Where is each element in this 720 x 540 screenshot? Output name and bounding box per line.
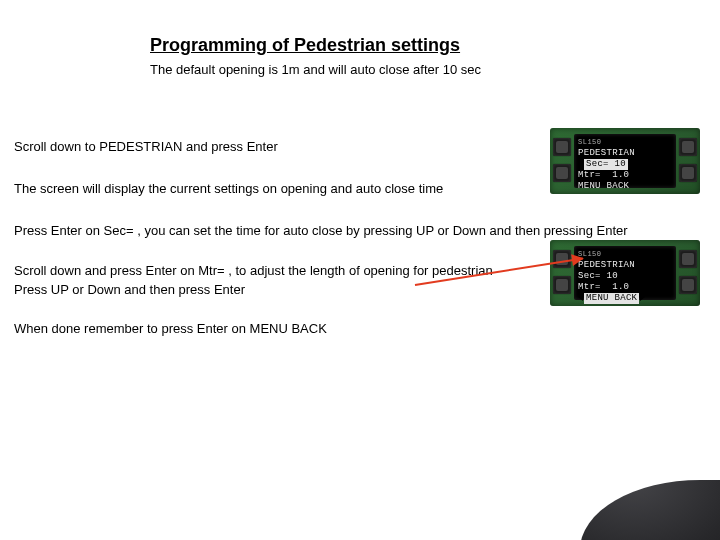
device-photo-2: SL150 PEDESTRIAN Sec= 10 Mtr= 1.0 MENU B… [550,240,700,306]
left-arrow-icon [578,293,583,301]
right-arrow-icon [629,159,634,167]
hardware-button [679,138,697,156]
instruction-4: Scroll down and press Enter on Mtr= , to… [14,262,493,300]
hardware-button [679,250,697,268]
hardware-button [679,276,697,294]
lcd-model: SL150 [578,249,672,260]
lcd-line-3: Mtr= 1.0 [578,170,672,181]
lcd-screen: SL150 PEDESTRIAN Sec= 10 Mtr= 1.0 MENU B… [574,246,676,300]
device-photo-1: SL150 PEDESTRIAN Sec= 10 Mtr= 1.0 MENU B… [550,128,700,194]
right-arrow-icon [640,293,645,301]
page-subtitle: The default opening is 1m and will auto … [150,62,481,77]
hardware-button [553,138,571,156]
hardware-button [553,276,571,294]
pcb-board: SL150 PEDESTRIAN Sec= 10 Mtr= 1.0 MENU B… [550,128,700,194]
instruction-3: Press Enter on Sec= , you can set the ti… [14,222,628,241]
hardware-button [679,164,697,182]
lcd-line-2: Sec= 10 [578,271,672,282]
lcd-line-2: Sec= 10 [578,159,672,170]
lcd-screen: SL150 PEDESTRIAN Sec= 10 Mtr= 1.0 MENU B… [574,134,676,188]
lcd-highlight: Sec= 10 [584,159,628,170]
lcd-line-4: MENU BACK [578,293,672,304]
instruction-2: The screen will display the current sett… [14,180,443,199]
hardware-button [553,164,571,182]
instruction-4a: Scroll down and press Enter on Mtr= , to… [14,263,493,278]
decorative-corner [580,480,720,540]
left-arrow-icon [578,159,583,167]
lcd-model: SL150 [578,137,672,148]
lcd-line-1: PEDESTRIAN [578,260,672,271]
instruction-5: When done remember to press Enter on MEN… [14,320,327,339]
pcb-board: SL150 PEDESTRIAN Sec= 10 Mtr= 1.0 MENU B… [550,240,700,306]
instruction-4b: Press UP or Down and then press Enter [14,282,245,297]
lcd-line-4: MENU BACK [578,181,672,192]
lcd-line-1: PEDESTRIAN [578,148,672,159]
page-title: Programming of Pedestrian settings [150,35,460,56]
lcd-line-3: Mtr= 1.0 [578,282,672,293]
instruction-1: Scroll down to PEDESTRIAN and press Ente… [14,138,278,157]
lcd-highlight: MENU BACK [584,293,639,304]
